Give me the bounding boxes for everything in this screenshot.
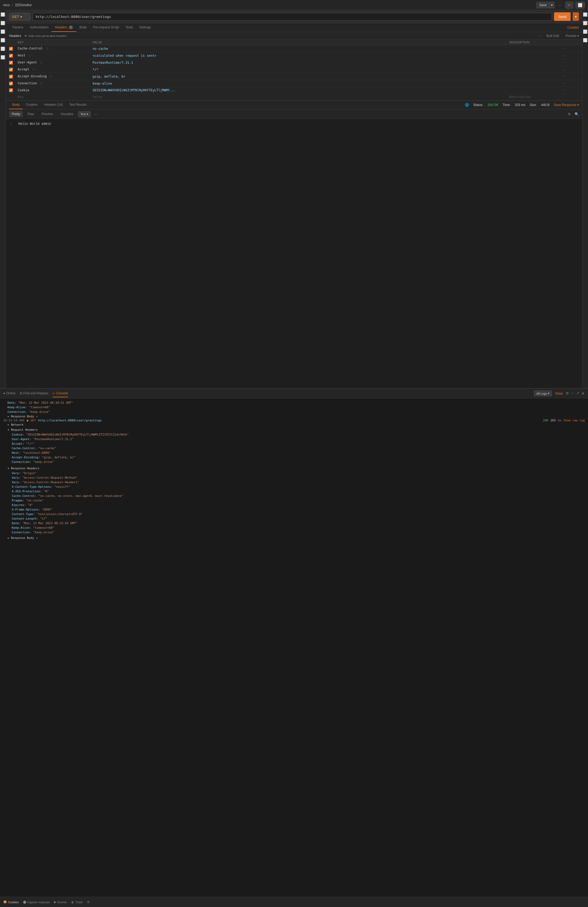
headers-section-title: Headers <box>9 34 21 38</box>
content-area: GET ▾ Send ▾ Params Authorization Header… <box>6 10 582 907</box>
sidebar-icon-5[interactable]: ⬜ <box>0 46 5 51</box>
right-icon-4[interactable]: ⬜ <box>583 38 588 42</box>
key-cookie: Cookie <box>18 88 93 92</box>
more-row-icon-3[interactable]: ⋯ <box>563 61 579 64</box>
method-select[interactable]: GET ▾ <box>9 13 30 21</box>
url-input[interactable] <box>33 13 552 21</box>
presets-button[interactable]: Presets ▾ <box>566 34 579 38</box>
response-body-section[interactable]: ▸ Response Body ↗ <box>6 536 582 540</box>
key-host: Host ⓘ <box>18 53 93 58</box>
cookies-bottom-button[interactable]: 🍪 Cookies <box>3 900 19 904</box>
copy-console-icon[interactable]: ⧉ <box>566 391 569 396</box>
response-tab-cookies[interactable]: Cookies <box>23 101 41 109</box>
tab-headers[interactable]: Headers 7 <box>52 23 76 32</box>
checkbox-user-agent[interactable] <box>9 61 13 64</box>
more-row-icon-2[interactable]: ⋯ <box>563 54 579 58</box>
size-value: 440 B <box>541 103 550 107</box>
response-line-1: Hello World admin <box>18 122 51 126</box>
sidebar-icon-2[interactable]: ⬜ <box>0 21 5 25</box>
more-row-icon-7[interactable]: ⋯ <box>563 88 579 92</box>
more-headers-icon[interactable]: ⋯ <box>538 34 541 38</box>
response-body-toolbar: Pretty Raw Preview Visualize Text ▾ ↔ ⧉ … <box>6 109 582 119</box>
sidebar-icon-4[interactable]: ⬜ <box>0 38 5 42</box>
format-tab-preview[interactable]: Preview <box>39 111 56 117</box>
console-tab-console[interactable]: ▷ Console <box>53 390 68 397</box>
more-row-icon-4[interactable]: ⋯ <box>563 68 579 72</box>
response-tab-body[interactable]: Body <box>9 101 23 109</box>
checkbox-connection[interactable] <box>9 82 13 85</box>
save-dropdown-button[interactable]: ▾ <box>550 2 554 8</box>
checkbox-host[interactable] <box>9 54 13 58</box>
wrap-button[interactable]: ↔ <box>94 112 97 116</box>
console-tab-find-replace[interactable]: ⧉ Find and Replace <box>20 390 48 397</box>
more-button[interactable]: ··· <box>557 2 563 8</box>
prev-entry-tail: Date: "Mon, 13 Mar 2023 08:30:51 GMT" Ke… <box>6 401 582 419</box>
right-icon-1[interactable]: ⬜ <box>583 12 588 17</box>
search-response-button[interactable]: 🔍 <box>575 112 579 116</box>
right-icon-2[interactable]: ⬜ <box>583 21 588 25</box>
trash-button[interactable]: 🗑 Trash <box>71 901 83 904</box>
request-headers-section[interactable]: ▾ Request Headers <box>6 427 582 433</box>
res-header-xfo: X-Frame-Options: "DENY" <box>12 507 582 512</box>
breadcrumb: recs / 访问restful <box>3 3 32 8</box>
runner-icon: ▶ <box>54 900 56 904</box>
more-row-icon-5[interactable]: ⋯ <box>563 75 579 79</box>
right-icon-3[interactable]: ⬜ <box>583 29 588 34</box>
hide-auto-headers-button[interactable]: 👁 Hide auto-generated headers <box>24 34 67 37</box>
format-tab-visualize[interactable]: Visualize <box>58 111 76 117</box>
sidebar-icon-3[interactable]: ⬜ <box>0 29 5 34</box>
tab-params[interactable]: Params <box>9 23 27 32</box>
key-accept: Accept ⓘ <box>18 67 93 72</box>
format-tab-raw[interactable]: Raw <box>25 111 37 117</box>
value-placeholder[interactable]: Value <box>93 95 509 99</box>
res-header-pragma: Pragma: "no-cache" <box>12 498 582 503</box>
send-dropdown-button[interactable]: ▾ <box>573 12 579 21</box>
checkbox-accept[interactable] <box>9 68 13 72</box>
res-header-xxss: X-XSS-Protection: "0" <box>12 489 582 494</box>
settings-bottom-button[interactable]: ⚙ <box>87 900 89 904</box>
bulk-edit-button[interactable]: Bulk Edit <box>546 34 559 38</box>
more-console-icon[interactable]: ⋯ <box>570 391 574 396</box>
time-value: 203 ms <box>515 103 526 107</box>
prev-response-body-label[interactable]: ▸ Response Body ↗ <box>8 414 582 419</box>
runner-button[interactable]: ▶ Runner <box>54 900 67 904</box>
send-button[interactable]: Send <box>554 12 570 21</box>
req-header-cookie: Cookie: "SESSION=NWVhODIzNGItMTNlMy00YTE… <box>12 433 582 437</box>
clear-button[interactable]: Clear <box>555 392 563 396</box>
all-logs-button[interactable]: All Logs ▾ <box>534 391 552 396</box>
console-tab-online[interactable]: ● Online <box>6 390 16 397</box>
tab-tests[interactable]: Tests <box>122 23 136 32</box>
text-format-select[interactable]: Text ▾ <box>78 111 91 117</box>
sidebar-icon-6[interactable]: ⬜ <box>0 55 5 59</box>
response-headers-section[interactable]: ▾ Response Headers <box>6 466 582 471</box>
more-row-icon[interactable]: ⋯ <box>563 47 579 51</box>
network-section[interactable]: ▸ Network <box>6 422 582 427</box>
close-console-icon[interactable]: ✕ <box>581 391 582 396</box>
desc-placeholder[interactable]: Description <box>509 95 563 99</box>
response-tab-headers[interactable]: Headers (14) <box>41 101 66 109</box>
sidebar-icon-1[interactable]: ⬜ <box>0 12 5 17</box>
tab-settings[interactable]: Settings <box>136 23 154 32</box>
tab-body[interactable]: Body <box>76 23 90 32</box>
checkbox-accept-encoding[interactable] <box>9 75 13 79</box>
edit-icon[interactable]: ✏ <box>565 2 573 8</box>
tab-prerequest[interactable]: Pre-request Script <box>90 23 122 32</box>
more-row-icon-6[interactable]: ⋯ <box>563 82 579 85</box>
value-accept: */* <box>93 68 509 72</box>
checkbox-cookie[interactable] <box>9 88 13 92</box>
checkbox-cache-control[interactable] <box>9 47 13 51</box>
text-format-chevron-icon: ▾ <box>87 112 88 115</box>
cookies-button[interactable]: Cookies <box>567 26 579 29</box>
key-placeholder[interactable]: Key <box>18 95 93 99</box>
format-tab-pretty[interactable]: Pretty <box>9 111 23 117</box>
res-header-content-length: Content-Length: "17" <box>12 516 582 521</box>
tab-authorization[interactable]: Authorization <box>27 23 52 32</box>
show-raw-log-button[interactable]: Show raw log <box>564 419 582 422</box>
response-tab-test-results[interactable]: Test Results <box>66 101 90 109</box>
save-button[interactable]: Save <box>536 2 550 8</box>
save-response-button[interactable]: Save Response ▾ <box>554 103 579 107</box>
expand-console-icon[interactable]: ↗ <box>576 391 579 396</box>
capture-requests-button[interactable]: ⬤ Capture requests <box>23 900 50 904</box>
copy-button[interactable]: ⧉ <box>568 112 570 116</box>
code-icon[interactable]: ⬜ <box>575 2 585 8</box>
